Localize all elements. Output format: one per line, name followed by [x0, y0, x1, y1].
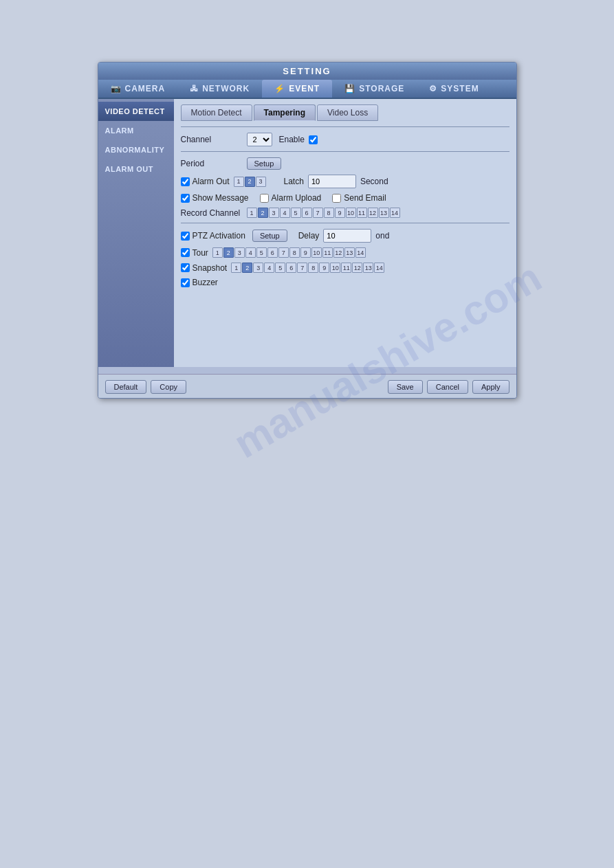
save-button[interactable]: Save: [388, 380, 423, 394]
tab-system-label: SYSTEM: [441, 84, 479, 93]
latch-input[interactable]: [308, 175, 356, 188]
record-channel-boxes-ch-4[interactable]: 4: [280, 208, 290, 218]
divider-3: [181, 223, 509, 223]
alarm-out-checkbox[interactable]: [181, 177, 190, 186]
camera-icon: 📷: [111, 84, 122, 93]
tab-event[interactable]: ⚡ EVENT: [262, 80, 332, 98]
snapshot-channel-boxes-ch-4[interactable]: 4: [264, 263, 274, 273]
show-message-group: Show Message: [181, 193, 249, 203]
record-channel-boxes-ch-5[interactable]: 5: [291, 208, 301, 218]
record-channel-boxes-ch-14[interactable]: 14: [390, 208, 400, 218]
tour-channel-boxes-ch-5[interactable]: 5: [256, 247, 267, 258]
tab-camera[interactable]: 📷 CAMERA: [98, 80, 178, 98]
sidebar-item-alarm[interactable]: ALARM: [98, 121, 174, 140]
tour-channel-boxes-ch-3[interactable]: 3: [234, 247, 245, 258]
tour-label: Tour: [193, 248, 208, 258]
record-channel-boxes-ch-11[interactable]: 11: [357, 208, 367, 218]
snapshot-channel-boxes-ch-5[interactable]: 5: [275, 263, 285, 273]
tour-channel-boxes-ch-4[interactable]: 4: [245, 247, 256, 258]
tour-channel-boxes-ch-14[interactable]: 14: [355, 247, 366, 258]
tour-checkbox[interactable]: [181, 248, 190, 257]
channel-select[interactable]: 2 134: [247, 133, 272, 146]
ptz-checkbox[interactable]: [181, 232, 190, 241]
send-email-label: Send Email: [344, 193, 386, 203]
snapshot-channel-boxes-ch-2[interactable]: 2: [242, 263, 252, 273]
snapshot-channel-boxes-ch-9[interactable]: 9: [319, 263, 329, 273]
tour-channel-boxes-ch-12[interactable]: 12: [333, 247, 344, 258]
snapshot-channel-boxes-ch-11[interactable]: 11: [341, 263, 351, 273]
tour-channel-boxes-ch-10[interactable]: 10: [311, 247, 322, 258]
snapshot-channel-boxes-ch-8[interactable]: 8: [308, 263, 318, 273]
alarm-out-ch-2[interactable]: 2: [245, 177, 255, 187]
alarm-out-row: Alarm Out 1 2 3 Latch Second: [181, 175, 509, 188]
tab-system[interactable]: ⚙ SYSTEM: [417, 80, 491, 98]
cancel-button[interactable]: Cancel: [427, 380, 468, 394]
enable-label: Enable: [279, 135, 305, 144]
record-channel-boxes-ch-9[interactable]: 9: [335, 208, 345, 218]
record-channel-boxes-ch-10[interactable]: 10: [346, 208, 356, 218]
period-setup-button[interactable]: Setup: [247, 157, 282, 170]
tour-channel-boxes-ch-1[interactable]: 1: [212, 247, 223, 258]
sub-tab-tampering[interactable]: Tampering: [254, 104, 316, 121]
alarm-upload-group: Alarm Upload: [260, 193, 322, 203]
snapshot-channel-boxes-ch-7[interactable]: 7: [297, 263, 307, 273]
buzzer-checkbox-group: Buzzer: [181, 278, 218, 287]
snapshot-channel-boxes-ch-12[interactable]: 12: [352, 263, 362, 273]
snapshot-checkbox[interactable]: [181, 263, 190, 272]
tab-storage[interactable]: 💾 STORAGE: [332, 80, 417, 98]
record-channel-boxes-ch-12[interactable]: 12: [368, 208, 378, 218]
delay-input[interactable]: [323, 229, 371, 243]
record-channel-boxes-ch-3[interactable]: 3: [269, 208, 279, 218]
show-message-checkbox[interactable]: [181, 194, 190, 203]
apply-button[interactable]: Apply: [472, 380, 509, 394]
copy-button[interactable]: Copy: [151, 380, 186, 394]
sub-tab-motion-detect[interactable]: Motion Detect: [181, 104, 252, 121]
ptz-setup-button[interactable]: Setup: [252, 230, 287, 242]
snapshot-channel-boxes-ch-13[interactable]: 13: [363, 263, 373, 273]
ptz-label: PTZ Activation: [193, 231, 245, 241]
tab-camera-label: CAMERA: [125, 84, 166, 93]
sub-tabs: Motion Detect Tampering Video Loss: [181, 104, 509, 121]
tour-channel-boxes-ch-11[interactable]: 11: [322, 247, 333, 258]
snapshot-channel-boxes-ch-10[interactable]: 10: [330, 263, 340, 273]
tour-checkbox-group: Tour: [181, 248, 208, 258]
tour-channel-boxes: 1234567891011121314: [212, 247, 366, 258]
record-channel-row: Record Channel 1234567891011121314: [181, 208, 509, 218]
sub-tab-video-loss[interactable]: Video Loss: [317, 104, 378, 121]
snapshot-channel-boxes-ch-1[interactable]: 1: [231, 263, 241, 273]
default-button[interactable]: Default: [105, 380, 147, 394]
sidebar-item-alarm-out[interactable]: ALARM OUT: [98, 159, 174, 179]
tour-channel-boxes-ch-9[interactable]: 9: [300, 247, 311, 258]
top-nav: 📷 CAMERA 🖧 NETWORK ⚡ EVENT 💾 STORAGE ⚙: [98, 80, 516, 99]
alarm-upload-checkbox[interactable]: [260, 194, 269, 203]
snapshot-channel-boxes-ch-6[interactable]: 6: [286, 263, 296, 273]
record-channel-boxes-ch-1[interactable]: 1: [247, 208, 257, 218]
alarm-out-ch-1[interactable]: 1: [234, 177, 244, 187]
record-channel-boxes-ch-13[interactable]: 13: [379, 208, 389, 218]
enable-checkbox[interactable]: [309, 135, 318, 144]
record-channel-boxes-ch-8[interactable]: 8: [324, 208, 334, 218]
snapshot-channel-boxes-ch-14[interactable]: 14: [374, 263, 384, 273]
storage-icon: 💾: [344, 84, 355, 93]
system-icon: ⚙: [429, 84, 437, 93]
tour-channel-boxes-ch-13[interactable]: 13: [344, 247, 355, 258]
record-channel-boxes-ch-2[interactable]: 2: [258, 208, 268, 218]
sidebar-item-video-detect[interactable]: VIDEO DETECT: [98, 102, 174, 121]
record-channel-boxes-ch-7[interactable]: 7: [313, 208, 323, 218]
tour-channel-boxes-ch-6[interactable]: 6: [267, 247, 278, 258]
sidebar-item-abnormality[interactable]: ABNORMALITY: [98, 140, 174, 159]
snapshot-channel-boxes-ch-3[interactable]: 3: [253, 263, 263, 273]
show-message-label: Show Message: [193, 193, 249, 203]
alarm-out-ch-3[interactable]: 3: [256, 177, 266, 187]
buzzer-checkbox[interactable]: [181, 278, 190, 287]
alarm-out-label: Alarm Out: [193, 177, 230, 186]
tour-channel-boxes-ch-8[interactable]: 8: [289, 247, 300, 258]
tab-network[interactable]: 🖧 NETWORK: [177, 80, 262, 98]
alarm-upload-label: Alarm Upload: [272, 193, 322, 203]
tour-channel-boxes-ch-2[interactable]: 2: [223, 247, 234, 258]
tour-channel-boxes-ch-7[interactable]: 7: [278, 247, 289, 258]
delay-label: Delay: [298, 231, 320, 241]
record-channel-boxes-ch-6[interactable]: 6: [302, 208, 312, 218]
send-email-checkbox[interactable]: [332, 194, 341, 203]
snapshot-checkbox-group: Snapshot: [181, 263, 228, 273]
